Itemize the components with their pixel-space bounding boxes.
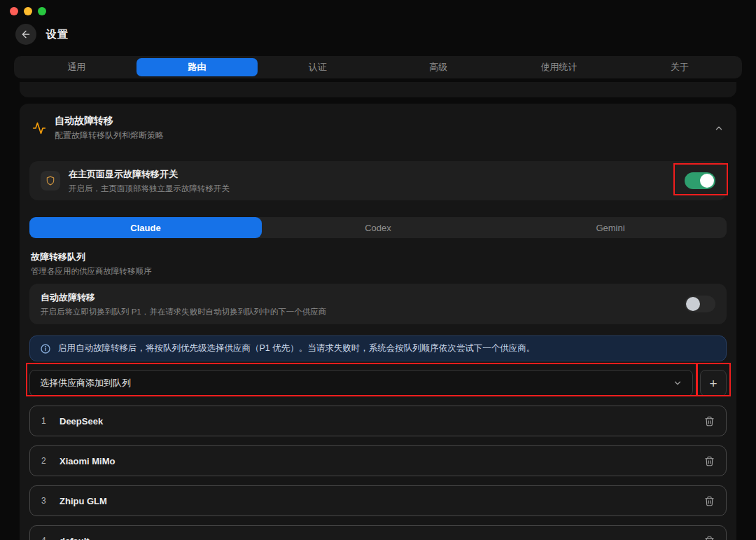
delete-provider-button[interactable] (704, 536, 715, 540)
tab-advanced[interactable]: 高级 (378, 58, 498, 76)
delete-provider-button[interactable] (704, 416, 715, 427)
app-tab-codex[interactable]: Codex (262, 217, 494, 238)
tab-general[interactable]: 通用 (16, 58, 136, 76)
titlebar (10, 7, 46, 15)
provider-priority: 3 (41, 496, 59, 506)
provider-name: Zhipu GLM (59, 496, 107, 506)
provider-row-default: 4 default (29, 525, 727, 540)
add-provider-button[interactable]: + (700, 370, 727, 396)
provider-select[interactable]: 选择供应商添加到队列 (29, 370, 693, 396)
close-window-button[interactable] (10, 7, 18, 15)
zoom-window-button[interactable] (38, 7, 46, 15)
provider-name: default (59, 536, 90, 540)
home-failover-switch-subtitle: 开启后，主页面顶部将独立显示故障转移开关 (69, 184, 230, 194)
arrow-left-icon (20, 29, 31, 40)
tab-auth[interactable]: 认证 (258, 58, 378, 76)
trash-icon (704, 456, 715, 466)
home-failover-switch-title: 在主页面显示故障转移开关 (69, 168, 230, 181)
tab-routing-label: 路由 (188, 61, 206, 74)
activity-icon (32, 121, 46, 135)
page-title: 设置 (46, 28, 69, 41)
delete-provider-button[interactable] (704, 496, 715, 506)
page-header: 设置 (15, 24, 69, 45)
provider-name: DeepSeek (59, 416, 103, 427)
add-provider-row: 选择供应商添加到队列 + (29, 370, 727, 396)
info-icon (40, 343, 51, 354)
failover-section-subtitle: 配置故障转移队列和熔断策略 (55, 130, 164, 141)
plus-icon: + (709, 377, 717, 390)
provider-row-deepseek: 1 DeepSeek (29, 406, 727, 436)
app-selector: Claude Codex Gemini (29, 217, 727, 238)
queue-title: 故障转移队列 (31, 251, 727, 263)
provider-row-zhipu-glm: 3 Zhipu GLM (29, 485, 727, 516)
shield-icon (41, 171, 60, 191)
tab-bar: 通用 路由 认证 高级 使用统计 关于 (14, 56, 742, 78)
chevron-down-icon (673, 378, 682, 388)
failover-section-header[interactable]: 自动故障转移 配置故障转移队列和熔断策略 (20, 104, 736, 150)
home-failover-switch-card: 在主页面显示故障转移开关 开启后，主页面顶部将独立显示故障转移开关 (29, 161, 727, 200)
trash-icon (704, 536, 715, 540)
toggle-knob (700, 174, 714, 188)
failover-panel-body: 在主页面显示故障转移开关 开启后，主页面顶部将独立显示故障转移开关 Claude… (20, 150, 736, 540)
app-tab-claude[interactable]: Claude (29, 217, 262, 238)
minimize-window-button[interactable] (24, 7, 32, 15)
queue-subtitle: 管理各应用的供应商故障转移顺序 (31, 266, 727, 277)
provider-priority: 2 (41, 456, 59, 466)
provider-row-xiaomi-mimo: 2 Xiaomi MiMo (29, 445, 727, 476)
app-tab-gemini[interactable]: Gemini (494, 217, 727, 238)
queue-heading: 故障转移队列 管理各应用的供应商故障转移顺序 (29, 251, 727, 277)
chevron-up-icon[interactable] (714, 123, 724, 133)
auto-failover-card: 自动故障转移 开启后将立即切换到队列 P1，并在请求失败时自动切换到队列中的下一… (29, 284, 727, 324)
provider-priority: 1 (41, 416, 59, 426)
tab-usage-stats[interactable]: 使用统计 (498, 58, 619, 76)
tab-auth-label: 认证 (309, 61, 327, 74)
failover-section-titles: 自动故障转移 配置故障转移队列和熔断策略 (55, 115, 164, 141)
queue-info-banner: 启用自动故障转移后，将按队列优先级选择供应商（P1 优先）。当请求失败时，系统会… (29, 335, 727, 361)
trash-icon (704, 416, 715, 427)
tab-about-label: 关于 (671, 61, 689, 74)
auto-failover-subtitle: 开启后将立即切换到队列 P1，并在请求失败时自动切换到队列中的下一个供应商 (41, 307, 326, 317)
home-failover-toggle[interactable] (685, 172, 715, 189)
tab-advanced-label: 高级 (429, 61, 447, 74)
provider-priority: 4 (41, 536, 59, 540)
app-window: 设置 通用 路由 认证 高级 使用统计 关于 自动故障转移 配置故障转移队列和熔… (0, 0, 756, 540)
trash-icon (704, 496, 715, 506)
provider-name: Xiaomi MiMo (59, 456, 115, 466)
auto-failover-toggle[interactable] (685, 296, 715, 312)
provider-select-placeholder: 选择供应商添加到队列 (40, 377, 131, 389)
auto-failover-title: 自动故障转移 (41, 291, 326, 304)
home-failover-switch-texts: 在主页面显示故障转移开关 开启后，主页面顶部将独立显示故障转移开关 (69, 168, 230, 194)
delete-provider-button[interactable] (704, 456, 715, 466)
toggle-knob (686, 297, 700, 311)
tab-general-label: 通用 (67, 61, 85, 74)
tab-usage-stats-label: 使用统计 (540, 61, 577, 74)
tab-about[interactable]: 关于 (620, 58, 740, 76)
failover-section-title: 自动故障转移 (55, 115, 164, 127)
queue-info-text: 启用自动故障转移后，将按队列优先级选择供应商（P1 优先）。当请求失败时，系统会… (58, 342, 535, 354)
back-button[interactable] (15, 24, 36, 45)
auto-failover-texts: 自动故障转移 开启后将立即切换到队列 P1，并在请求失败时自动切换到队列中的下一… (41, 291, 326, 317)
failover-panel: 自动故障转移 配置故障转移队列和熔断策略 在主页面显示故障转移开关 开启后，主页… (20, 104, 736, 540)
previous-section-remnant (20, 82, 736, 97)
tab-routing[interactable]: 路由 (136, 58, 257, 76)
